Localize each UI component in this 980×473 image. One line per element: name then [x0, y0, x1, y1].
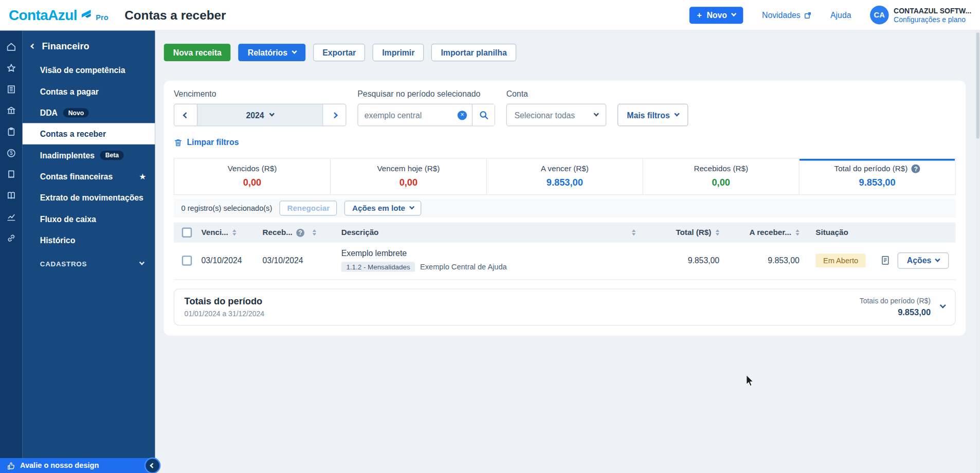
help-icon[interactable]: ? [296, 228, 304, 236]
limpar-filtros-button[interactable]: Limpar filtros [174, 137, 239, 147]
star-icon[interactable] [0, 58, 23, 79]
actions-toolbar: Nova receita Relatórios Exportar Imprimi… [164, 44, 980, 61]
novidades-link[interactable]: Novidades [762, 10, 812, 20]
receipt-icon[interactable] [0, 163, 23, 185]
select-all-checkbox[interactable] [182, 227, 192, 237]
row-recebimento: 03/10/2024 [263, 256, 341, 265]
dollar-icon[interactable]: $ [0, 142, 23, 163]
thumbs-up-icon [6, 461, 15, 470]
chevron-down-icon [935, 257, 940, 262]
sidebar-item-contas-a-receber[interactable]: Contas a receber [23, 123, 155, 144]
link-icon[interactable] [0, 227, 23, 248]
home-icon[interactable] [0, 37, 23, 58]
summary-tabs: Vencidos (R$) 0,00 Vencem hoje (R$) 0,00… [174, 158, 956, 195]
sidebar-item-contas-financeiras[interactable]: Contas financeiras★ [23, 166, 155, 187]
sort-vencimento[interactable] [232, 229, 236, 235]
chevron-down-icon [674, 111, 679, 116]
external-link-icon [804, 11, 812, 19]
relatorios-button[interactable]: Relatórios [239, 44, 306, 61]
bank-icon[interactable] [0, 100, 23, 121]
year-selector[interactable]: 2024 [197, 104, 323, 125]
importar-planilha-button[interactable]: Importar planilha [431, 44, 516, 61]
sidebar-section-cadastros[interactable]: CADASTROS [23, 253, 155, 274]
clear-search-icon[interactable]: × [458, 111, 467, 120]
top-bar: ContaAzul Pro Contas a receber + Novo No… [0, 0, 980, 30]
sort-descricao[interactable] [632, 229, 636, 235]
ledger-icon[interactable] [0, 79, 23, 100]
document-icon[interactable] [881, 255, 890, 266]
sort-a-receber[interactable] [795, 229, 799, 235]
acoes-em-lote-button[interactable]: Ações em lote [344, 201, 421, 215]
row-a-receber: 9.853,00 [719, 256, 800, 265]
sidebar-item-fluxo-de-caixa[interactable]: Fluxo de caixa [23, 208, 155, 229]
mais-filtros-button[interactable]: Mais filtros [618, 104, 688, 126]
avatar[interactable]: CA [870, 6, 888, 24]
contaazul-logo[interactable]: ContaAzul Pro [9, 7, 108, 24]
scrollbar-thumb[interactable] [976, 32, 979, 139]
row-categoria-tag: 1.1.2 - Mensalidades [341, 262, 415, 271]
sidebar-item-inadimplentes[interactable]: InadimplentesBeta [23, 144, 155, 166]
column-descricao: Descrição [341, 228, 379, 237]
sidebar-item-historico[interactable]: Histórico [23, 229, 155, 250]
next-period-button[interactable] [323, 104, 346, 125]
tab-vencem-hoje[interactable]: Vencem hoje (R$) 0,00 [331, 159, 487, 194]
sort-total[interactable] [716, 229, 719, 235]
search-button[interactable] [472, 104, 495, 125]
sidebar-item-visao-de-competencia[interactable]: Visão de competência [23, 59, 155, 80]
chevron-down-icon [731, 11, 736, 16]
conta-select[interactable]: Selecionar todas [506, 104, 606, 126]
totals-title: Totais do período [185, 296, 264, 306]
plus-icon: + [697, 10, 701, 20]
nova-receita-button[interactable]: Nova receita [164, 44, 230, 61]
previous-period-button[interactable] [174, 104, 197, 125]
column-a-receber: A receber... [750, 228, 791, 237]
tab-total-do-periodo[interactable]: Total do período (R$) ? 9.853,00 [800, 159, 955, 194]
profile-menu[interactable]: CA CONTAAZUL SOFTW... Configurações e pl… [870, 6, 971, 24]
column-total: Total (R$) [676, 228, 711, 237]
novo-button[interactable]: + Novo [689, 7, 743, 24]
clipboard-icon[interactable] [0, 121, 23, 142]
app-window: ContaAzul Pro Contas a receber + Novo No… [0, 0, 980, 473]
imprimir-button[interactable]: Imprimir [373, 44, 424, 61]
exportar-button[interactable]: Exportar [313, 44, 365, 61]
sidebar-item-contas-a-pagar[interactable]: Contas a pagar [23, 81, 155, 102]
row-descricao[interactable]: Exemplo lembrete [341, 249, 507, 258]
acoes-button[interactable]: Ações [898, 252, 949, 268]
sidebar-item-extrato-de-movimentacoes[interactable]: Extrato de movimentações [23, 187, 155, 208]
chevron-left-icon [183, 112, 189, 118]
chart-icon[interactable] [0, 206, 23, 227]
chevron-down-icon [292, 49, 297, 54]
favorite-star-icon: ★ [139, 172, 146, 181]
tab-vencidos-value: 0,00 [174, 177, 330, 188]
design-feedback-bar[interactable]: Avalie o nosso design [0, 458, 155, 473]
tab-vencidos[interactable]: Vencidos (R$) 0,00 [174, 159, 331, 194]
scrollbar[interactable] [976, 30, 980, 473]
sidebar: Financeiro Visão de competência Contas a… [23, 30, 155, 458]
column-vencimento: Venci... [201, 228, 228, 237]
sidebar-item-dda[interactable]: DDANovo [23, 102, 155, 123]
sidebar-back-financeiro[interactable]: Financeiro [23, 30, 155, 59]
tab-recebidos-value: 0,00 [643, 177, 799, 188]
book-icon[interactable] [0, 185, 23, 206]
account-settings-link[interactable]: Configurações e plano [894, 15, 971, 23]
logo-text: ContaAzul [9, 7, 77, 24]
tab-recebidos[interactable]: Recebidos (R$) 0,00 [643, 159, 800, 194]
row-checkbox[interactable] [182, 256, 192, 265]
sidebar-section-title: Financeiro [42, 41, 89, 51]
contas-a-receber-card: Vencimento 2024 Pesquisar no período sel… [164, 81, 966, 336]
tab-total-value: 9.853,00 [800, 177, 955, 188]
sort-recebimento[interactable] [313, 229, 316, 235]
search-input[interactable] [358, 111, 458, 120]
expand-totals-chevron-icon[interactable] [940, 302, 946, 308]
pro-badge: Pro [96, 13, 108, 22]
status-badge: Em Aberto [815, 253, 865, 267]
main-content: Nova receita Relatórios Exportar Imprimi… [155, 30, 980, 473]
tab-a-vencer[interactable]: A vencer (R$) 9.853,00 [487, 159, 643, 194]
ajuda-link[interactable]: Ajuda [830, 10, 851, 20]
renegociar-button[interactable]: Renegociar [280, 201, 337, 215]
help-icon[interactable]: ? [912, 165, 920, 173]
vencimento-label: Vencimento [174, 89, 347, 99]
table-header: Venci... Receb... ? Descrição Total (R$) [174, 223, 956, 243]
table-row: 03/10/2024 03/10/2024 Exemplo lembrete 1… [174, 243, 956, 280]
sidebar-collapse-button[interactable] [144, 458, 161, 473]
